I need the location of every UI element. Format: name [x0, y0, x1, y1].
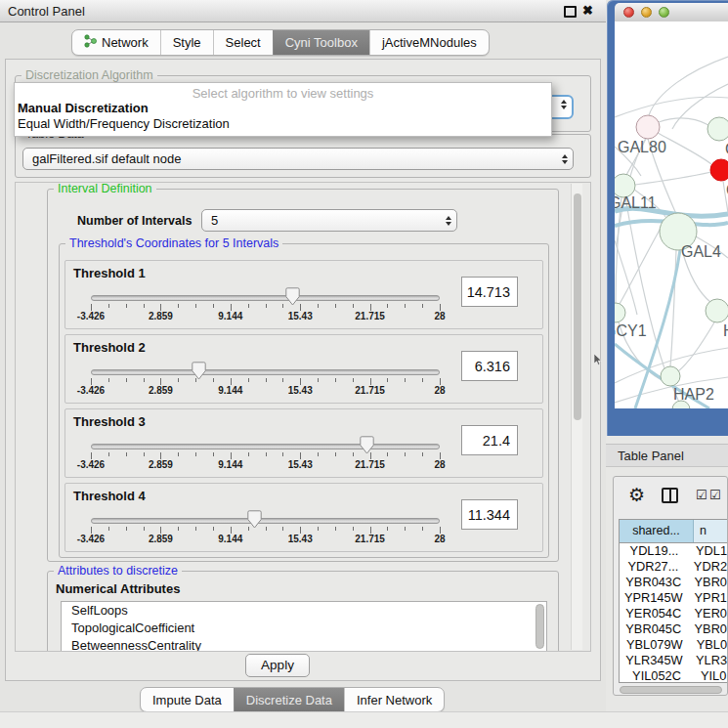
close-icon[interactable]: ✖: [582, 3, 593, 18]
top-tab-bar: Network Style Select Cyni Toolbox jActiv…: [71, 29, 490, 56]
network-node-label: GAL11: [615, 194, 657, 211]
list-item[interactable]: BetweennessCentrality: [62, 637, 546, 652]
gear-icon[interactable]: ⚙: [628, 484, 645, 506]
tab-label: Discretize Data: [246, 693, 332, 707]
dropdown-option-manual[interactable]: Manual Discretization: [15, 101, 551, 116]
column-header-shared-name[interactable]: shared...: [620, 520, 694, 542]
threshold-value-field[interactable]: [461, 499, 518, 530]
network-canvas[interactable]: GAL80GCGAL11GAL4GCY1HHAP2: [615, 21, 728, 408]
tab-infer-network[interactable]: Infer Network: [344, 688, 444, 711]
column-header-name[interactable]: n: [694, 520, 727, 542]
slider-track[interactable]: [91, 444, 440, 450]
table-row[interactable]: YER054CYER0: [620, 606, 727, 621]
tab-label: Style: [173, 35, 201, 50]
tab-label: Network: [102, 35, 149, 50]
table-panel-bar: Table Panel: [606, 444, 728, 467]
network-node[interactable]: [615, 303, 625, 322]
tab-style[interactable]: Style: [160, 30, 213, 55]
list-item[interactable]: TopologicalCoefficient: [62, 620, 546, 637]
interval-definition-group: Interval Definition Number of Intervals …: [47, 189, 559, 562]
checkbox-icon[interactable]: ☑: [696, 488, 707, 502]
mouse-cursor: [594, 354, 604, 365]
threshold-panel: Threshold 4 -3.426 2.859 9.: [64, 483, 543, 552]
table-horizontal-scrollbar[interactable]: [620, 686, 722, 694]
table-row[interactable]: YIL052CYIL0: [620, 668, 727, 683]
threshold-slider[interactable]: -3.426 2.859 9.144 15.43 21.715 28: [91, 335, 440, 405]
threshold-slider[interactable]: -3.426 2.859 9.144 15.43 21.715 28: [91, 484, 440, 553]
attributes-group: Attributes to discretize Numerical Attri…: [47, 571, 559, 652]
combo-stepper-icon: [562, 154, 573, 164]
zoom-traffic-light-icon[interactable]: [659, 7, 669, 18]
threshold-value-field[interactable]: [461, 277, 518, 307]
tab-label: Select: [226, 35, 261, 50]
slider-tick-labels: -3.426 2.859 9.144 15.43 21.715 28: [91, 459, 440, 473]
checkbox-icon[interactable]: ☑: [709, 488, 721, 502]
slider-tick-labels: -3.426 2.859 9.144 15.43 21.715 28: [91, 534, 440, 547]
threshold-slider[interactable]: -3.426 2.859 9.144 15.43 21.715 28: [91, 261, 440, 330]
combo-value: galFiltered.sif default node: [32, 151, 181, 166]
threshold-value-field[interactable]: [461, 351, 518, 381]
threshold-panel: Threshold 2 -3.426 2.859 9.: [64, 334, 543, 404]
table-row[interactable]: YLR345WYLR3: [620, 653, 727, 668]
node-table: shared... n YDL19...YDL1YDR27...YDR2YBR0…: [619, 519, 728, 683]
group-title: Attributes to discretize: [54, 564, 182, 578]
table-row[interactable]: YBR045CYBR0: [620, 621, 727, 637]
tab-network[interactable]: Network: [72, 30, 160, 55]
minimize-traffic-light-icon[interactable]: [641, 7, 652, 18]
table-panel-window: ⚙ ☑ ☑ shared... n YDL19...YDL1YDR27...YD…: [613, 476, 728, 696]
group-title: Threshold's Coordinates for 5 Intervals: [65, 236, 282, 250]
network-window-titlebar: [615, 3, 728, 22]
slider-track[interactable]: [91, 369, 440, 375]
numerical-attributes-label: Numerical Attributes: [56, 581, 180, 596]
list-scrollbar[interactable]: [535, 604, 544, 652]
number-of-intervals-combobox[interactable]: 5: [201, 209, 457, 232]
split-view-icon[interactable]: [662, 488, 678, 503]
bottom-strip: [0, 712, 728, 728]
combo-stepper-icon: [561, 100, 572, 109]
table-row[interactable]: YDR27...YDR2: [620, 559, 727, 575]
tab-select[interactable]: Select: [213, 30, 273, 55]
apply-button[interactable]: Apply: [245, 654, 310, 677]
settings-scroll-area: Interval Definition Number of Intervals …: [15, 182, 591, 652]
network-node-label: HAP2: [673, 386, 714, 403]
table-row[interactable]: YPR145WYPR1: [620, 590, 727, 606]
slider-track[interactable]: [91, 295, 440, 301]
group-title: Interval Definition: [54, 182, 156, 195]
table-data-combobox[interactable]: galFiltered.sif default node: [22, 148, 574, 170]
network-node[interactable]: [661, 366, 680, 386]
close-traffic-light-icon[interactable]: [623, 7, 634, 18]
list-item[interactable]: SelfLoops: [62, 602, 546, 620]
number-of-intervals-label: Number of Intervals: [77, 214, 192, 228]
network-icon: [84, 34, 97, 51]
network-node[interactable]: [707, 117, 728, 141]
network-node[interactable]: [706, 299, 728, 322]
window-title: Control Panel: [8, 4, 85, 19]
network-node[interactable]: [710, 159, 728, 181]
numerical-attributes-list[interactable]: SelfLoopsTopologicalCoefficientBetweenne…: [61, 601, 547, 652]
control-panel-titlebar: Control Panel ✖: [0, 0, 606, 22]
tab-jactivemnodules[interactable]: jActiveMNodules: [369, 30, 489, 55]
table-row[interactable]: YDL19...YDL1: [620, 543, 727, 559]
network-node[interactable]: [636, 115, 660, 139]
panel-scrollbar[interactable]: [571, 184, 582, 650]
tab-cyni-toolbox[interactable]: Cyni Toolbox: [273, 30, 369, 55]
threshold-slider[interactable]: -3.426 2.859 9.144 15.43 21.715 28: [91, 409, 440, 479]
tab-label: Impute Data: [152, 693, 222, 707]
dropdown-option-equal-width[interactable]: Equal Width/Frequency Discretization: [15, 116, 551, 132]
table-row[interactable]: YBR043CYBR0: [620, 575, 727, 590]
tab-label: Cyni Toolbox: [285, 35, 358, 50]
thresholds-group: Threshold's Coordinates for 5 Intervals …: [59, 243, 549, 558]
tab-discretize-data[interactable]: Discretize Data: [234, 688, 344, 711]
threshold-panel: Threshold 1 -3.426 2.859 9.: [64, 260, 543, 329]
group-title: Discretization Algorithm: [21, 68, 157, 82]
tab-impute-data[interactable]: Impute Data: [141, 688, 234, 711]
float-window-icon[interactable]: [564, 6, 577, 18]
table-row[interactable]: YBL079WYBL0: [620, 637, 727, 653]
table-rows: YDL19...YDL1YDR27...YDR2YBR043CYBR0YPR14…: [620, 543, 727, 683]
network-node-label: GAL4: [681, 243, 721, 260]
dropdown-hint: Select algorithm to view settings: [15, 83, 551, 101]
threshold-value-field[interactable]: [461, 425, 518, 455]
slider-track[interactable]: [91, 518, 440, 524]
screen: Control Panel ✖ Network Style Select Cy: [0, 0, 728, 728]
tab-label: Infer Network: [357, 693, 432, 707]
